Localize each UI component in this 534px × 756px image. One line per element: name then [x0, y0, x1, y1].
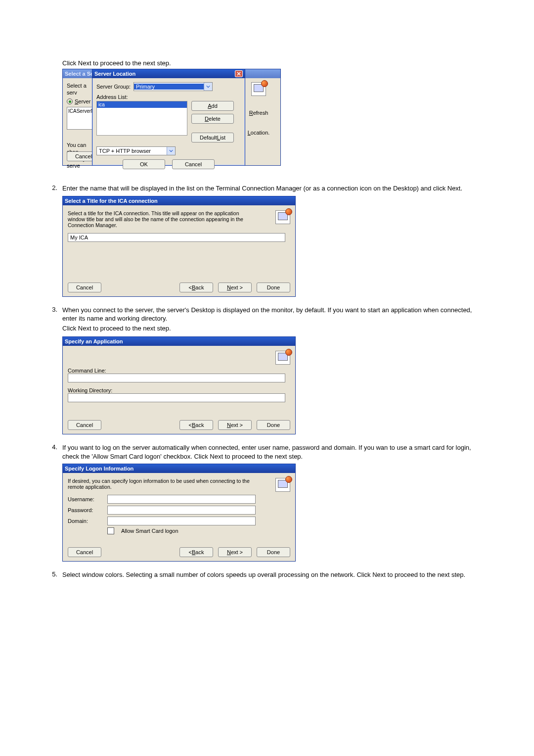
- step4-back-button[interactable]: < Back: [179, 547, 213, 557]
- radio-dot-icon: [67, 98, 73, 104]
- server-listbox[interactable]: ICAServerNam: [67, 107, 92, 130]
- step5-text: Select window colors. Selecting a small …: [62, 570, 465, 579]
- step3-text: When you connect to the server, the serv…: [62, 306, 485, 334]
- default-list-button[interactable]: Default List: [191, 133, 234, 142]
- connection-title-input[interactable]: [68, 233, 285, 242]
- step4-title: Specify Logon Information: [65, 464, 134, 473]
- step3-cancel-button[interactable]: Cancel: [68, 420, 101, 430]
- step4-description: If desired, you can specify logon inform…: [68, 478, 256, 490]
- step3-number: 3.: [49, 306, 62, 334]
- step3-title: Specify an Application: [65, 337, 123, 346]
- ok-button[interactable]: OK: [123, 159, 165, 169]
- server-group-dropdown[interactable]: Primary: [134, 82, 213, 91]
- dialog-select-title: Select a Title for the ICA connection Se…: [62, 196, 296, 297]
- dialog-specify-logon: Specify Logon Information If desired, yo…: [62, 464, 296, 562]
- username-label: Username:: [68, 496, 102, 502]
- password-label: Password:: [68, 507, 102, 513]
- back-location-label: Location.: [248, 130, 270, 136]
- domain-label: Domain:: [68, 518, 102, 524]
- computer-icon: [275, 210, 290, 224]
- protocol-dropdown[interactable]: TCP + HTTP browser: [96, 146, 176, 155]
- protocol-value: TCP + HTTP browser: [97, 148, 167, 154]
- back-refresh-label: Refresh: [249, 110, 268, 116]
- step3-done-button[interactable]: Done: [257, 420, 290, 430]
- intro-text: Click Next to proceed to the next step.: [62, 59, 485, 67]
- command-line-input[interactable]: [68, 374, 285, 382]
- front-title: Server Location: [94, 69, 135, 78]
- step4-done-button[interactable]: Done: [257, 547, 290, 557]
- computer-icon: [275, 351, 290, 365]
- computer-icon: [275, 478, 290, 492]
- allow-smart-card-checkbox[interactable]: [107, 527, 114, 534]
- working-directory-label: Working Directory:: [68, 387, 290, 393]
- step4-cancel-button[interactable]: Cancel: [68, 547, 101, 557]
- step2-cancel-button[interactable]: Cancel: [68, 283, 101, 292]
- radio-server-label: erver: [78, 98, 90, 104]
- server-list-item[interactable]: ICAServerNam: [67, 107, 92, 115]
- step2-title: Select a Title for the ICA connection: [65, 196, 158, 205]
- radio-server[interactable]: Server: [67, 98, 92, 105]
- domain-input[interactable]: [107, 517, 256, 525]
- step2-next-button[interactable]: Next >: [218, 283, 252, 292]
- working-directory-input[interactable]: [68, 393, 285, 402]
- dialog-specify-application: Specify an Application Command Line: Wor…: [62, 336, 296, 434]
- address-list-item[interactable]: ica: [97, 101, 187, 108]
- computer-icon: [251, 82, 266, 96]
- username-input[interactable]: [107, 495, 256, 504]
- server-group-label: Server Group:: [96, 84, 131, 90]
- address-list-label: Address List:: [96, 94, 241, 100]
- allow-smart-card-label: Allow Smart Card logon: [121, 528, 178, 534]
- step5-number: 5.: [49, 570, 62, 579]
- command-line-label: Command Line:: [68, 368, 290, 374]
- chevron-down-icon: [204, 83, 212, 91]
- step4-number: 4.: [49, 443, 62, 461]
- step4-next-button[interactable]: Next >: [218, 547, 252, 557]
- step3-back-button[interactable]: < Back: [179, 420, 213, 430]
- back-select-server-fragment: Select a serv: [67, 82, 92, 96]
- step2-number: 2.: [49, 184, 62, 193]
- step2-description: Select a title for the ICA connection. T…: [68, 210, 251, 228]
- step3-next-button[interactable]: Next >: [218, 420, 252, 430]
- step2-back-button[interactable]: < Back: [179, 283, 213, 292]
- front-titlebar: Server Location: [92, 69, 245, 78]
- step2-done-button[interactable]: Done: [257, 283, 290, 292]
- chevron-down-icon: [167, 147, 175, 155]
- server-group-value: Primary: [134, 84, 204, 90]
- step4-text: If you want to log on the server automat…: [62, 443, 485, 461]
- delete-button[interactable]: Delete: [191, 114, 234, 124]
- front-cancel-button[interactable]: Cancel: [172, 159, 215, 169]
- step2-text: Enter the name that will be displayed in…: [62, 184, 462, 193]
- figure-server-location: Select a Serv Select a serv Server ICASe…: [62, 69, 290, 175]
- dialog-server-location: Server Location Server Group: Primary Ad…: [92, 69, 245, 166]
- address-listbox[interactable]: ica: [96, 101, 187, 136]
- add-button[interactable]: Add: [191, 101, 234, 111]
- close-icon[interactable]: [235, 70, 243, 77]
- password-input[interactable]: [107, 506, 256, 515]
